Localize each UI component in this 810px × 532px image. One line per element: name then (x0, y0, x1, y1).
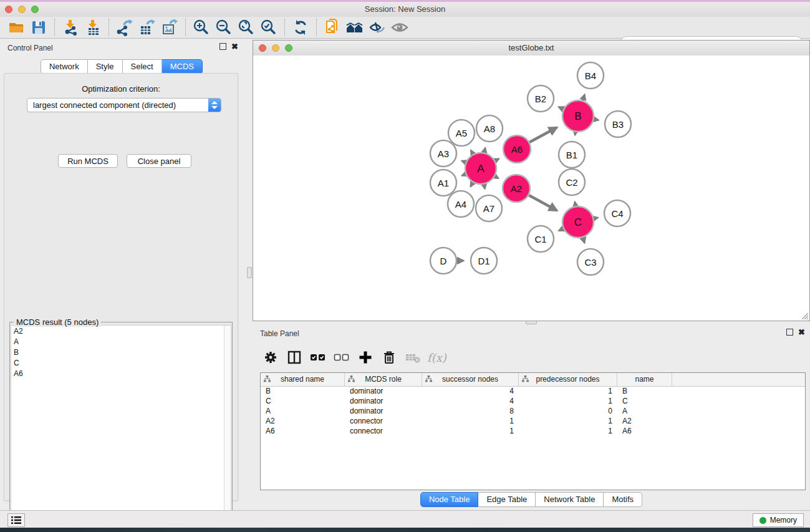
delete-column-button[interactable] (378, 347, 400, 367)
zoom-fit-button[interactable] (235, 18, 258, 37)
zoom-in-button[interactable] (190, 18, 213, 37)
cell-predecessor-nodes[interactable]: 1 (519, 396, 617, 406)
cell-predecessor-nodes[interactable]: 1 (519, 416, 617, 426)
add-column-button[interactable] (355, 347, 376, 367)
cell-successor-nodes[interactable]: 1 (422, 416, 519, 426)
close-panel-icon[interactable]: ✖ (798, 329, 805, 336)
resize-grip-icon[interactable] (801, 312, 809, 320)
edge-A-A2[interactable] (495, 177, 499, 178)
close-panel-icon[interactable]: ✖ (231, 43, 238, 50)
cell-predecessor-nodes[interactable]: 1 (519, 426, 617, 436)
mcds-result-item[interactable]: A (11, 336, 231, 347)
edge-B-B3[interactable] (594, 119, 598, 120)
mcds-result-item[interactable]: A2 (11, 326, 231, 336)
edge-A-A4[interactable] (471, 183, 473, 186)
edge-C-C1[interactable] (559, 229, 563, 231)
close-panel-button[interactable]: Close panel (127, 154, 191, 168)
table-tab-motifs[interactable]: Motifs (604, 492, 642, 507)
edge-C-C3[interactable] (583, 238, 585, 243)
memory-button[interactable]: Memory (753, 513, 804, 527)
cell-successor-nodes[interactable]: 4 (422, 396, 519, 406)
table-row[interactable]: Adominator80A (261, 406, 805, 416)
edge-A-A5[interactable] (471, 150, 473, 154)
import-table-button[interactable] (82, 18, 104, 37)
cell-shared-name[interactable]: B (261, 386, 345, 396)
table-row[interactable]: Cdominator41C (261, 396, 805, 406)
vertical-split-handle[interactable] (247, 267, 252, 278)
select-all-button[interactable] (307, 347, 329, 367)
table-tab-edge-table[interactable]: Edge Table (478, 492, 536, 507)
edge-A6-B[interactable] (529, 128, 557, 143)
cell-shared-name[interactable]: A2 (261, 416, 345, 426)
cell-name[interactable]: A6 (617, 426, 672, 436)
tab-style[interactable]: Style (88, 59, 123, 74)
cell-name[interactable]: B (617, 386, 672, 396)
settings-gear-button[interactable] (260, 347, 281, 367)
save-session-button[interactable] (27, 18, 50, 37)
cell-MCDS-role[interactable]: dominator (345, 396, 422, 406)
table-tab-node-table[interactable]: Node Table (420, 492, 479, 507)
cell-predecessor-nodes[interactable]: 0 (519, 406, 617, 416)
optimization-criterion-select[interactable]: largest connected component (directed) (27, 98, 221, 112)
export-network-button[interactable] (113, 18, 136, 37)
tab-mcds[interactable]: MCDS (162, 59, 203, 74)
edge-A-A1[interactable] (462, 174, 466, 175)
deselect-all-button[interactable] (331, 347, 352, 367)
tab-select[interactable]: Select (123, 59, 162, 74)
mcds-result-item[interactable]: B (11, 347, 231, 357)
edge-A-A6[interactable] (495, 159, 499, 161)
show-details-button[interactable] (388, 18, 411, 37)
edge-C-C4[interactable] (594, 218, 597, 218)
edge-A-A3[interactable] (462, 161, 466, 162)
table-row[interactable]: A2connector11A2 (261, 416, 805, 426)
column-header-name[interactable]: name (617, 373, 672, 386)
cell-MCDS-role[interactable]: dominator (345, 406, 422, 416)
tab-network[interactable]: Network (41, 59, 88, 74)
hide-details-button[interactable] (366, 18, 388, 37)
mcds-result-item[interactable]: A6 (11, 368, 231, 379)
delete-table-button-disabled[interactable] (402, 347, 423, 367)
edge-A-A8[interactable] (485, 148, 486, 152)
import-network-button[interactable] (59, 18, 82, 37)
cell-shared-name[interactable]: A (261, 406, 345, 416)
scrollbar-track[interactable] (224, 326, 231, 530)
float-panel-icon[interactable] (219, 43, 226, 50)
mcds-result-list[interactable]: A2ABCA6 (11, 325, 231, 530)
edge-B-B2[interactable] (559, 107, 563, 109)
cell-name[interactable]: A (617, 406, 672, 416)
cell-predecessor-nodes[interactable]: 1 (519, 386, 617, 396)
refresh-button[interactable] (289, 18, 312, 37)
home-layout-button[interactable] (344, 18, 366, 37)
cell-MCDS-role[interactable]: connector (345, 426, 422, 436)
clone-network-button[interactable] (321, 18, 344, 37)
task-history-button[interactable] (7, 513, 25, 527)
run-mcds-button[interactable]: Run MCDS (58, 154, 118, 168)
export-table-button[interactable] (136, 18, 158, 37)
open-session-button[interactable] (5, 18, 27, 37)
cell-successor-nodes[interactable]: 8 (422, 406, 519, 416)
cell-MCDS-role[interactable]: connector (345, 416, 422, 426)
table-row[interactable]: Bdominator41B (261, 386, 805, 396)
cell-name[interactable]: C (617, 396, 672, 406)
column-header-successor-nodes[interactable]: successor nodes (422, 373, 519, 386)
edge-A2-C[interactable] (529, 195, 557, 210)
table-tab-network-table[interactable]: Network Table (536, 492, 604, 507)
column-header-predecessor-nodes[interactable]: predecessor nodes (519, 373, 617, 386)
column-header-shared-name[interactable]: shared name (261, 373, 345, 386)
show-column-button[interactable] (284, 347, 305, 367)
export-image-button[interactable] (158, 18, 181, 37)
cell-shared-name[interactable]: A6 (261, 426, 345, 436)
cell-shared-name[interactable]: C (261, 396, 345, 406)
table-row[interactable]: A6connector11A6 (261, 426, 805, 436)
column-header-MCDS-role[interactable]: MCDS role (345, 373, 422, 386)
zoom-out-button[interactable] (213, 18, 235, 37)
zoom-selected-button[interactable] (258, 18, 280, 37)
cell-name[interactable]: A2 (617, 416, 672, 426)
cell-MCDS-role[interactable]: dominator (345, 386, 422, 396)
edge-B-B1[interactable] (575, 132, 576, 135)
function-builder-button[interactable]: f(x) (427, 351, 446, 364)
edge-C-C2[interactable] (575, 202, 576, 206)
network-window-titlebar[interactable]: testGlobe.txt (253, 41, 809, 56)
edge-A-A7[interactable] (484, 184, 485, 188)
network-canvas[interactable]: B4B2BB3A5A8A6B1A3AA1C2A2A4A7C4CC1DD1C3 (253, 56, 809, 321)
